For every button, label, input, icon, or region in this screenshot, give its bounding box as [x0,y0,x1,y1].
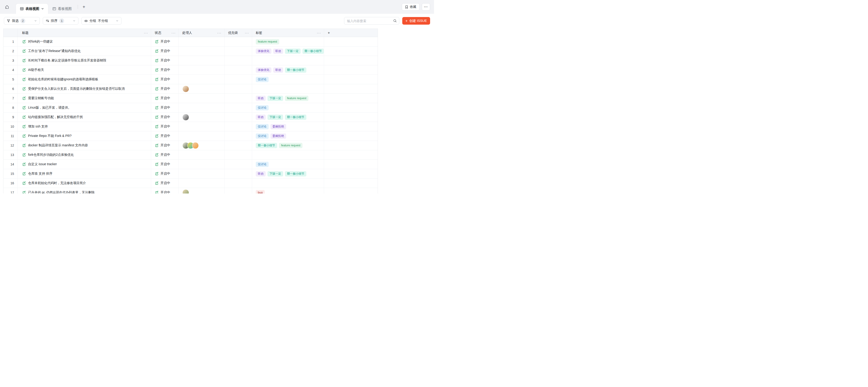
table-row[interactable]: 17 已合并的 pr, 仍然出现在代办列表里，无法删除 开启中bug [3,188,378,194]
assignee-cell[interactable] [179,160,224,169]
status-cell[interactable]: 开启中 [151,150,179,159]
tags-cell[interactable] [252,56,324,65]
tab-kanban-view[interactable]: 看板视图 [48,4,76,14]
table-row[interactable]: 15 仓库墙 支持 排序 开启中听劝下版一定叕一极小细节 [3,169,378,179]
assignee-cell[interactable] [179,75,224,84]
table-row[interactable]: 11 Private Repo 不能 Fork & PR? 开启中仅讨论委婉拒绝 [3,131,378,141]
issue-title-cell[interactable]: 仓库未初始化代码时，无法修改项目简介 [18,179,151,188]
table-row[interactable]: 6 受保护分支合入默认分支后，页面提示的删除分支按钮是否可以取消 开启中 [3,84,378,94]
table-row[interactable]: 5 初始化仓库的时候有创建ignore的选项和选择模板 开启中仅讨论 [3,75,378,84]
priority-cell[interactable] [224,37,252,46]
header-priority[interactable]: 优先级 ··· [224,29,252,37]
assignee-cell[interactable] [179,56,224,65]
add-view-button[interactable]: + [80,4,88,10]
priority-cell[interactable] [224,94,252,103]
table-row[interactable]: 9 站内链接加强匹配，解决无空格的干扰 开启中听劝下版一定叕一极小细节 [3,113,378,122]
priority-cell[interactable] [224,150,252,159]
add-column-button[interactable]: + [324,29,378,37]
priority-cell[interactable] [224,113,252,122]
table-row[interactable]: 16 仓库未初始化代码时，无法修改项目简介 开启中 [3,179,378,188]
status-cell[interactable]: 开启中 [151,75,179,84]
status-cell[interactable]: 开启中 [151,47,179,56]
assignee-cell[interactable] [179,103,224,112]
status-cell[interactable]: 开启中 [151,103,179,112]
header-assignee[interactable]: 处理人 ··· [179,29,224,37]
priority-cell[interactable] [224,65,252,75]
status-cell[interactable]: 开启中 [151,141,179,150]
table-row[interactable]: 2 工作台”发布了Release“通知内容优化 开启中体验优化听劝下版一定叕一极… [3,47,378,56]
issue-title-cell[interactable]: 自定义 issue tracker [18,160,151,169]
issue-title-cell[interactable]: AI助手相关 [18,65,151,75]
priority-cell[interactable] [224,131,252,141]
table-row[interactable]: 10 增加 ssh 支持 开启中仅讨论委婉拒绝 [3,122,378,131]
status-cell[interactable]: 开启中 [151,131,179,141]
issue-title-cell[interactable]: Private Repo 不能 Fork & PR? [18,131,151,141]
status-cell[interactable]: 开启中 [151,113,179,122]
priority-cell[interactable] [224,84,252,93]
tags-cell[interactable] [252,179,324,188]
assignee-cell[interactable] [179,122,224,131]
issue-title-cell[interactable]: docker 制品详情页显示 manifest 文件内容 [18,141,151,150]
table-row[interactable]: 8 Linux版，如已开发，请提供。 开启中仅讨论 [3,103,378,113]
priority-cell[interactable] [224,160,252,169]
table-row[interactable]: 13 fork仓库同步功能的2点体验优化 开启中 [3,150,378,160]
table-row[interactable]: 14 自定义 issue tracker 开启中仅讨论 [3,160,378,169]
table-row[interactable]: 4 AI助手相关 开启中体验优化听劝叕一极小细节 [3,65,378,75]
tags-cell[interactable]: 体验优化听劝叕一极小细节 [252,65,324,75]
assignee-cell[interactable] [179,65,224,75]
sort-dropdown[interactable]: 排序 1 [43,17,79,25]
status-cell[interactable]: 开启中 [151,169,179,178]
assignee-cell[interactable] [179,188,224,194]
status-cell[interactable]: 开启中 [151,56,179,65]
search-input[interactable] [344,17,399,25]
assignee-cell[interactable] [179,84,224,93]
tags-cell[interactable]: 仅讨论 [252,103,324,112]
issue-title-cell[interactable]: 受保护分支合入默认分支后，页面提示的删除分支按钮是否可以取消 [18,84,151,93]
home-button[interactable] [4,4,10,10]
issue-title-cell[interactable]: 已合并的 pr, 仍然出现在代办列表里，无法删除 [18,188,151,194]
header-status[interactable]: 状态 ··· [151,29,179,37]
status-cell[interactable]: 开启中 [151,65,179,75]
assignee-cell[interactable] [179,113,224,122]
status-cell[interactable]: 开启中 [151,179,179,188]
tags-cell[interactable] [252,84,324,93]
issue-title-cell[interactable]: fork仓库同步功能的2点体验优化 [18,150,151,159]
tags-cell[interactable]: 仅讨论 [252,75,324,84]
priority-cell[interactable] [224,75,252,84]
group-dropdown[interactable]: 分组 不分组 [82,17,121,25]
tags-cell[interactable]: 听劝下版一定叕一极小细节 [252,169,324,178]
status-cell[interactable]: 开启中 [151,122,179,131]
assignee-cell[interactable] [179,94,224,103]
more-button[interactable]: ··· [422,3,430,10]
priority-cell[interactable] [224,56,252,65]
assignee-cell[interactable] [179,141,224,150]
priority-cell[interactable] [224,47,252,56]
tags-cell[interactable]: 仅讨论委婉拒绝 [252,122,324,131]
column-menu-icon[interactable]: ··· [172,31,176,35]
assignee-cell[interactable] [179,37,224,46]
status-cell[interactable]: 开启中 [151,94,179,103]
column-menu-icon[interactable]: ··· [245,31,249,35]
tags-cell[interactable] [252,150,324,159]
issue-title-cell[interactable]: 初始化仓库的时候有创建ignore的选项和选择模板 [18,75,151,84]
tags-cell[interactable]: 体验优化听劝下版一定叕一极小细节 [252,47,324,56]
create-issue-button[interactable]: + 创建 ISSUE [402,17,430,25]
column-menu-icon[interactable]: ··· [317,31,321,35]
assignee-cell[interactable] [179,47,224,56]
filter-dropdown[interactable]: 筛选 2 [4,17,40,25]
tags-cell[interactable]: 仅讨论委婉拒绝 [252,131,324,141]
issue-title-cell[interactable]: 站内链接加强匹配，解决无空格的干扰 [18,113,151,122]
search-icon[interactable] [393,19,397,23]
tags-cell[interactable]: 叕一极小细节feature request [252,141,324,150]
issue-title-cell[interactable]: 工作台”发布了Release“通知内容优化 [18,47,151,56]
issue-title-cell[interactable]: 增加 ssh 支持 [18,122,151,131]
issue-title-cell[interactable]: 对fork的一些建议 [18,37,151,46]
assignee-cell[interactable] [179,150,224,159]
column-menu-icon[interactable]: ··· [144,31,148,35]
priority-cell[interactable] [224,179,252,188]
tab-table-view[interactable]: 表格视图 [16,3,48,14]
assignee-cell[interactable] [179,131,224,141]
table-row[interactable]: 7 需要注销账号功能 开启中听劝下版一定feature request [3,94,378,103]
priority-cell[interactable] [224,122,252,131]
priority-cell[interactable] [224,141,252,150]
